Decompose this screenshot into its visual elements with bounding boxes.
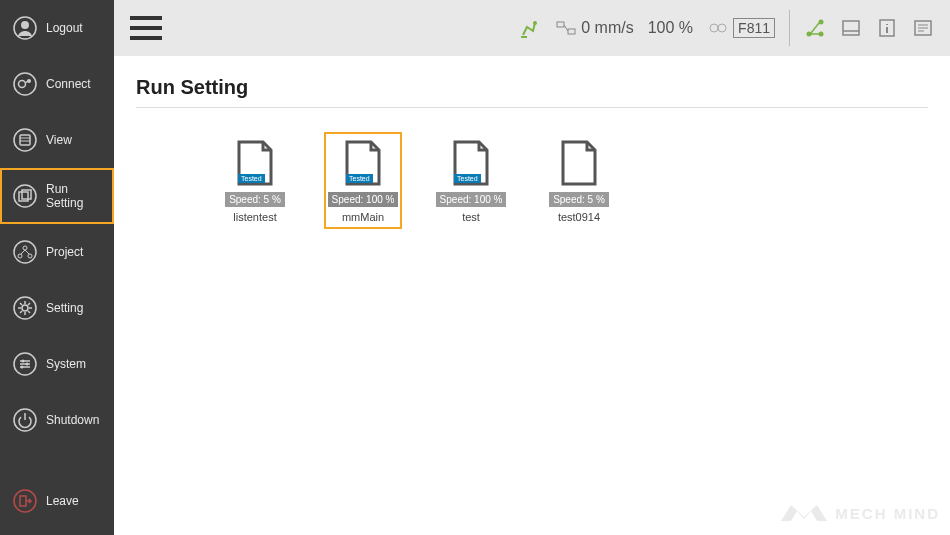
fcode-value: F811 (733, 18, 775, 38)
speed-badge: Speed: 100 % (328, 192, 399, 207)
svg-point-1 (21, 21, 29, 29)
svg-line-26 (28, 311, 30, 313)
svg-point-6 (14, 129, 36, 151)
view-icon (12, 127, 38, 153)
content-area: Run Setting Tested Speed: 5 % listentest… (114, 56, 950, 535)
svg-point-16 (28, 254, 32, 258)
program-item[interactable]: Speed: 5 % test0914 (540, 132, 618, 229)
document-icon: Tested (341, 138, 385, 188)
divider (789, 10, 790, 46)
sidebar-item-label: Setting (46, 301, 83, 315)
exit-icon (12, 488, 38, 514)
svg-line-25 (20, 303, 22, 305)
svg-rect-7 (20, 135, 30, 145)
program-name: test (462, 211, 480, 223)
sidebar-item-shutdown[interactable]: Shutdown (0, 392, 114, 448)
sidebar: Logout Connect View Run Setting Project … (0, 0, 114, 535)
link-icon (707, 17, 729, 39)
svg-point-3 (19, 81, 26, 88)
svg-point-47 (718, 24, 726, 32)
menu-button[interactable] (130, 16, 162, 40)
sidebar-item-label: Connect (46, 77, 91, 91)
panel-icon-1[interactable] (840, 17, 862, 39)
svg-point-38 (14, 490, 36, 512)
svg-line-45 (564, 25, 568, 31)
svg-point-20 (22, 305, 28, 311)
sidebar-item-connect[interactable]: Connect (0, 56, 114, 112)
divider (136, 107, 928, 108)
sidebar-item-project[interactable]: Project (0, 224, 114, 280)
svg-point-46 (710, 24, 718, 32)
network-icon[interactable] (804, 17, 826, 39)
program-item[interactable]: Tested Speed: 5 % listentest (216, 132, 294, 229)
speed-badge: Speed: 5 % (549, 192, 609, 207)
project-icon (12, 239, 38, 265)
svg-rect-39 (20, 496, 26, 506)
speed-status: 0 mm/s (555, 17, 633, 39)
speed-value: 0 mm/s (581, 19, 633, 37)
svg-point-41 (533, 21, 537, 25)
tested-badge: Tested (238, 174, 265, 183)
program-name: test0914 (558, 211, 600, 223)
page-title: Run Setting (136, 76, 928, 99)
connect-icon (12, 71, 38, 97)
speed-badge: Speed: 100 % (436, 192, 507, 207)
svg-point-15 (18, 254, 22, 258)
sidebar-item-label: View (46, 133, 72, 147)
fcode-status: F811 (707, 17, 775, 39)
sidebar-item-setting[interactable]: Setting (0, 280, 114, 336)
document-icon (557, 138, 601, 188)
panel-icon-2[interactable] (912, 17, 934, 39)
sidebar-item-label: Logout (46, 21, 83, 35)
svg-point-10 (14, 185, 36, 207)
svg-rect-44 (568, 29, 575, 34)
svg-line-51 (811, 23, 819, 33)
sidebar-item-label: Leave (46, 494, 79, 508)
tested-badge: Tested (346, 174, 373, 183)
user-icon (12, 15, 38, 41)
svg-point-35 (21, 366, 24, 369)
sidebar-item-leave[interactable]: Leave (0, 473, 114, 529)
topbar: 0 mm/s 100 % F811 (114, 0, 950, 56)
sidebar-item-label: System (46, 357, 86, 371)
sidebar-item-label: Run Setting (46, 182, 104, 210)
main-area: 0 mm/s 100 % F811 Run Setting (114, 0, 950, 535)
svg-point-19 (14, 297, 36, 319)
sidebar-item-view[interactable]: View (0, 112, 114, 168)
sidebar-item-logout[interactable]: Logout (0, 0, 114, 56)
run-setting-icon (12, 183, 38, 209)
watermark: MECH MIND (779, 501, 940, 525)
speed-icon (555, 17, 577, 39)
percent-status: 100 % (648, 19, 693, 37)
sidebar-item-label: Shutdown (46, 413, 99, 427)
sidebar-item-system[interactable]: System (0, 336, 114, 392)
sidebar-item-label: Project (46, 245, 83, 259)
percent-value: 100 % (648, 19, 693, 37)
tested-badge: Tested (454, 174, 481, 183)
svg-point-33 (22, 360, 25, 363)
program-name: mmMain (342, 211, 384, 223)
svg-line-28 (28, 303, 30, 305)
svg-rect-53 (843, 21, 859, 35)
program-item[interactable]: Tested Speed: 100 % mmMain (324, 132, 402, 229)
info-icon[interactable] (876, 17, 898, 39)
speed-badge: Speed: 5 % (225, 192, 285, 207)
svg-line-18 (25, 250, 29, 254)
power-icon (12, 407, 38, 433)
svg-line-5 (25, 81, 28, 83)
watermark-text: MECH MIND (835, 505, 940, 522)
svg-point-14 (23, 246, 27, 250)
svg-point-13 (14, 241, 36, 263)
svg-rect-43 (557, 22, 564, 27)
svg-line-17 (21, 250, 25, 254)
system-icon (12, 351, 38, 377)
svg-point-34 (26, 363, 29, 366)
document-icon: Tested (233, 138, 277, 188)
svg-line-27 (20, 311, 22, 313)
robot-status-icon (519, 17, 541, 39)
svg-point-50 (819, 32, 824, 37)
program-item[interactable]: Tested Speed: 100 % test (432, 132, 510, 229)
sidebar-item-run-setting[interactable]: Run Setting (0, 168, 114, 224)
gear-icon (12, 295, 38, 321)
document-icon: Tested (449, 138, 493, 188)
